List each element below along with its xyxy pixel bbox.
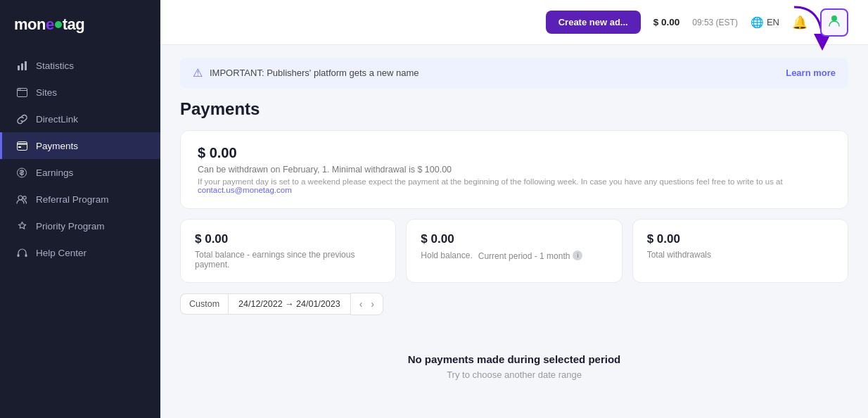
stat-card-balance: $ 0.00 Total balance - earnings since th…	[180, 219, 396, 283]
stat-card-withdrawals: $ 0.00 Total withdrawals	[632, 219, 848, 283]
sidebar-item-payments-label: Payments	[36, 141, 78, 151]
date-range-value: 24/12/2022 → 24/01/2023	[228, 293, 350, 315]
language-selector[interactable]: 🌐 EN	[751, 16, 779, 29]
svg-rect-2	[25, 61, 27, 70]
user-avatar-icon	[827, 13, 841, 31]
browser-icon	[16, 87, 27, 98]
stat-label-1: Hold balance. Current period - 1 month i	[421, 250, 607, 261]
svg-rect-9	[18, 146, 21, 148]
stat-amount-0: $ 0.00	[195, 232, 381, 246]
page-content: ⚠ IMPORTANT: Publishers' platform gets a…	[160, 45, 868, 418]
star-icon	[16, 220, 27, 232]
sidebar-item-directlink-label: DirectLink	[36, 114, 78, 125]
payment-note: If your payment day is set to a weekend …	[198, 177, 831, 194]
stat-amount-1: $ 0.00	[421, 232, 607, 246]
svg-rect-0	[18, 65, 20, 70]
page-title: Payments	[180, 99, 848, 119]
sidebar-item-sites-label: Sites	[36, 87, 57, 98]
date-next-button[interactable]: ›	[369, 298, 376, 310]
svg-point-5	[18, 89, 19, 90]
sidebar: monetag Statistics Sites DirectLink Pa	[0, 0, 160, 418]
alert-text: IMPORTANT: Publishers' platform gets a n…	[210, 68, 419, 78]
svg-rect-7	[17, 141, 27, 150]
header: Create new ad... $ 0.00 09:53 (EST) 🌐 EN…	[160, 0, 868, 45]
payment-withdraw-text: Can be withdrawn on February, 1. Minimal…	[198, 165, 831, 175]
users-icon	[16, 194, 27, 205]
payment-note-text: If your payment day is set to a weekend …	[198, 177, 783, 186]
empty-state-subtitle: Try to choose another date range	[180, 369, 848, 380]
link-icon	[16, 113, 27, 125]
empty-state-title: No payments made during selected period	[180, 353, 848, 365]
svg-point-15	[831, 15, 837, 21]
stat-amount-2: $ 0.00	[647, 232, 834, 246]
sidebar-item-help[interactable]: Help Center	[0, 239, 160, 266]
globe-icon: 🌐	[751, 16, 764, 29]
stat-label-2: Total withdrawals	[647, 250, 834, 260]
info-icon: i	[573, 251, 582, 260]
stat-card-hold: $ 0.00 Hold balance. Current period - 1 …	[406, 219, 622, 283]
svg-point-6	[20, 89, 21, 90]
sidebar-item-referral[interactable]: Referral Program	[0, 186, 160, 213]
logo-suffix: tag	[63, 15, 85, 33]
payment-main-card: $ 0.00 Can be withdrawn on February, 1. …	[180, 130, 848, 209]
sidebar-item-payments[interactable]: Payments	[0, 132, 160, 159]
date-prev-button[interactable]: ‹	[358, 298, 364, 310]
language-label: EN	[767, 17, 779, 27]
logo-prefix: mon	[14, 15, 46, 33]
logo-dot	[55, 21, 62, 28]
svg-rect-1	[21, 63, 23, 70]
alert-banner: ⚠ IMPORTANT: Publishers' platform gets a…	[180, 58, 848, 88]
date-range-nav: ‹ ›	[350, 293, 383, 315]
bar-chart-icon	[16, 60, 27, 71]
sidebar-item-earnings[interactable]: Earnings	[0, 159, 160, 186]
alert-icon: ⚠	[193, 66, 203, 80]
svg-rect-13	[17, 254, 19, 257]
notification-bell-icon[interactable]: 🔔	[792, 15, 808, 30]
svg-rect-14	[25, 254, 27, 257]
dollar-icon	[16, 167, 27, 178]
svg-point-12	[23, 196, 26, 198]
sidebar-item-directlink[interactable]: DirectLink	[0, 106, 160, 132]
svg-point-11	[18, 196, 23, 200]
stats-row: $ 0.00 Total balance - earnings since th…	[180, 219, 848, 283]
alert-learn-more-link[interactable]: Learn more	[786, 68, 836, 78]
sidebar-item-sites[interactable]: Sites	[0, 79, 160, 106]
sidebar-item-help-label: Help Center	[36, 248, 87, 258]
payment-note-link[interactable]: contact.us@monetag.com	[198, 186, 292, 194]
sidebar-item-earnings-label: Earnings	[36, 167, 73, 178]
sidebar-item-statistics-label: Statistics	[36, 61, 74, 71]
header-time: 09:53 (EST)	[692, 18, 738, 27]
date-range-label: Custom	[180, 293, 228, 315]
user-avatar[interactable]	[820, 8, 848, 37]
sidebar-item-priority-label: Priority Program	[36, 221, 105, 232]
alert-left: ⚠ IMPORTANT: Publishers' platform gets a…	[193, 66, 419, 80]
credit-card-icon	[16, 140, 27, 151]
main-content: Create new ad... $ 0.00 09:53 (EST) 🌐 EN…	[160, 0, 868, 418]
sidebar-nav: Statistics Sites DirectLink Payments Ear…	[0, 46, 160, 418]
sidebar-item-priority[interactable]: Priority Program	[0, 213, 160, 239]
create-ad-button[interactable]: Create new ad...	[546, 11, 641, 34]
stat-label-0: Total balance - earnings since the previ…	[195, 250, 381, 270]
payment-amount: $ 0.00	[198, 145, 831, 161]
sidebar-item-referral-label: Referral Program	[36, 194, 109, 205]
empty-state: No payments made during selected period …	[180, 332, 848, 387]
headphone-icon	[16, 247, 27, 258]
date-range-bar: Custom 24/12/2022 → 24/01/2023 ‹ ›	[180, 293, 848, 315]
sidebar-item-statistics[interactable]: Statistics	[0, 52, 160, 79]
header-balance: $ 0.00	[653, 17, 680, 27]
logo: monetag	[0, 0, 160, 46]
